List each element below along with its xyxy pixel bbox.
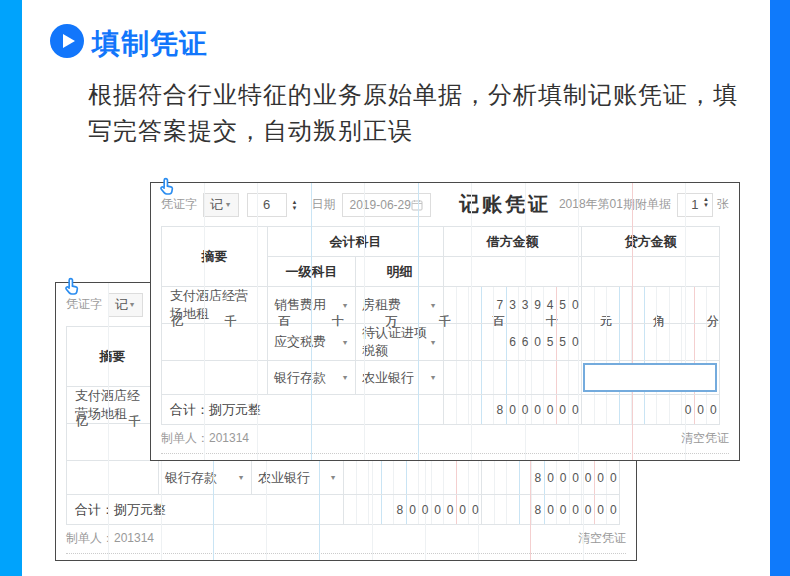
total-debit-cell: 8000000 (444, 395, 582, 425)
credit-amount-cell[interactable]: 8000000 (482, 461, 620, 495)
total-credit-cell: 000 (582, 395, 720, 425)
page-description: 根据符合行业特征的业务原始单据，分析填制记账凭证，填 写完答案提交，自动叛别正误 (88, 77, 748, 149)
hand-cursor-icon (155, 176, 177, 198)
debit-amount-cell[interactable] (344, 461, 482, 495)
chevron-down-icon: ▼ (429, 338, 436, 346)
chevron-down-icon: ▼ (341, 301, 348, 309)
play-circle-icon (50, 24, 84, 58)
chevron-down-icon: ▼ (429, 373, 436, 381)
hand-cursor-icon (60, 276, 82, 298)
chevron-down-icon: ▼ (429, 301, 436, 309)
chevron-down-icon: ▼ (329, 473, 336, 481)
voucher-table: 摘要 会计科目 借方金额 贷方金额 一级科目 明细 亿千百十万千百十元角分 亿千… (161, 226, 720, 425)
debit-amount-cell[interactable] (444, 361, 582, 395)
credit-digit-labels: 亿千百十万千百十元角分 (582, 257, 720, 287)
credit-amount-cell[interactable] (582, 287, 720, 324)
credit-amount-cell[interactable] (582, 324, 720, 361)
debit-amount-cell[interactable]: 7339450 (444, 287, 582, 324)
active-amount-input[interactable] (583, 363, 717, 392)
total-credit-cell: 8000000 (482, 495, 620, 525)
page-title: 填制凭证 (92, 25, 208, 63)
total-debit-cell: 8000000 (344, 495, 482, 525)
chevron-down-icon: ▼ (341, 338, 348, 346)
description-line-2: 写完答案提交，自动叛别正误 (88, 113, 748, 149)
chevron-down-icon: ▼ (237, 473, 244, 481)
debit-amount-cell[interactable]: 660550 (444, 324, 582, 361)
chevron-down-icon: ▼ (341, 373, 348, 381)
left-accent-bar (0, 0, 22, 576)
right-accent-bar (770, 0, 790, 576)
credit-amount-cell[interactable] (582, 361, 720, 395)
page: 填制凭证 根据符合行业特征的业务原始单据，分析填制记账凭证，填 写完答案提交，自… (0, 0, 790, 576)
description-line-1: 根据符合行业特征的业务原始单据，分析填制记账凭证，填 (88, 77, 748, 113)
voucher-card-front: 凭证字 记 ▼ 6 ▲▼ 日期 2019-06-29 记账凭证 2018年第01… (150, 182, 740, 461)
